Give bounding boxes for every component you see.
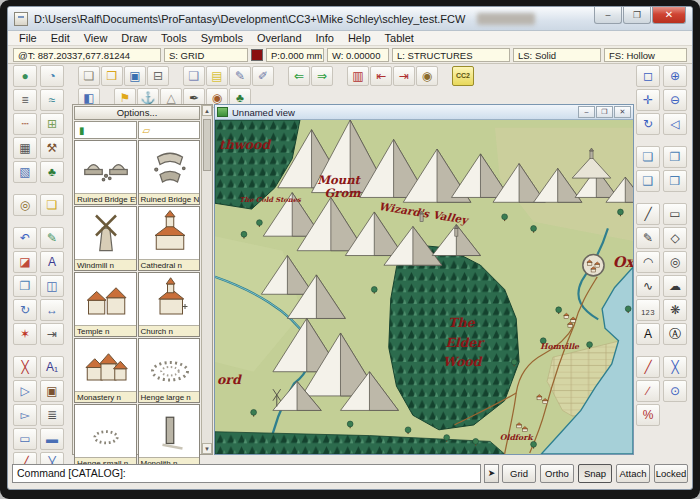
node-edit-button[interactable]: ╳ xyxy=(13,356,37,378)
undo-button[interactable]: ↶ xyxy=(13,227,37,249)
current-color-swatch[interactable] xyxy=(251,49,263,61)
menu-item[interactable]: Tablet xyxy=(378,31,421,46)
symbol-temple[interactable]: Temple n xyxy=(74,272,137,337)
stretch-button[interactable]: ↔ xyxy=(40,299,64,321)
dimension-tool-button[interactable]: ₁₂₃ xyxy=(636,299,660,321)
align-button[interactable]: ≣ xyxy=(40,404,64,426)
edit-properties-button[interactable]: ✐ xyxy=(252,66,274,86)
map-restore-button[interactable]: ❐ xyxy=(596,106,613,118)
symbol-monastery[interactable]: Monastery n xyxy=(74,338,137,403)
symbol-church[interactable]: Church n xyxy=(138,272,201,337)
catalog-scrollbar[interactable]: ▲ ▼ xyxy=(201,105,212,454)
midpoint-snap-button[interactable]: ∕ xyxy=(636,380,660,402)
arc-tool-button[interactable]: ◠ xyxy=(636,251,660,273)
pen-width-field[interactable]: P:0.000 mm xyxy=(266,48,324,62)
save-catalog-button[interactable]: ⇥ xyxy=(393,66,415,86)
zoom-window-button[interactable]: ◻ xyxy=(636,65,660,87)
locked-toggle-button[interactable]: Locked xyxy=(654,464,688,483)
maximize-button[interactable]: ❐ xyxy=(623,7,651,24)
symbol-ruined-bridge-ew[interactable]: Ruined Bridge EW n xyxy=(74,140,137,205)
catalog-collection-button[interactable]: ▮ xyxy=(74,121,137,139)
symbol-monolith[interactable]: Monolith n xyxy=(138,404,201,469)
river-tool-button[interactable]: ≈ xyxy=(40,89,64,111)
attach-toggle-button[interactable]: Attach xyxy=(616,464,650,483)
open-catalog-folder-button[interactable]: ▱ xyxy=(138,121,201,139)
text-note-tool-button[interactable]: ≡ xyxy=(13,89,37,111)
export-file-button[interactable]: ⇒ xyxy=(311,66,333,86)
landmass-tool-button[interactable]: ● xyxy=(13,65,37,87)
bring-above-button[interactable]: ❑ xyxy=(636,170,660,192)
construction-tools-button[interactable]: ⚒ xyxy=(40,137,64,159)
line-style-field[interactable]: LS: Solid xyxy=(513,48,601,62)
symbol-manager-button[interactable]: ▣ xyxy=(40,380,64,402)
break-button[interactable]: ⇥ xyxy=(40,323,64,345)
bring-to-front-button[interactable]: ❏ xyxy=(636,146,660,168)
zoom-extents-button[interactable]: ✛ xyxy=(636,89,660,111)
filled-box-tool-button[interactable]: ▬ xyxy=(40,428,64,450)
percent-snap-button[interactable]: % xyxy=(636,404,660,426)
scroll-up-arrow[interactable]: ▲ xyxy=(202,105,212,116)
center-snap-button[interactable]: ⊙ xyxy=(663,380,687,402)
political-map-tool-button[interactable]: ⊞ xyxy=(40,113,64,135)
zoom-in-button[interactable]: ⊕ xyxy=(663,65,687,87)
scroll-down-arrow[interactable]: ▼ xyxy=(202,443,212,454)
cc2-compatibility-button[interactable]: CC2 xyxy=(452,66,474,86)
text-tool-button[interactable]: A xyxy=(636,323,660,345)
find-symbol-button[interactable]: ◉ xyxy=(416,66,438,86)
text-box-tool-button[interactable]: Ⓐ xyxy=(663,323,687,345)
offset-button[interactable]: ▷ xyxy=(13,380,37,402)
new-drawing-button[interactable]: ❏ xyxy=(78,66,100,86)
polygon-tool-button[interactable]: ◇ xyxy=(663,227,687,249)
send-to-back-button[interactable]: ❐ xyxy=(663,146,687,168)
menu-item[interactable]: File xyxy=(12,31,44,46)
box-tool-button[interactable]: ▭ xyxy=(13,428,37,450)
menu-item[interactable]: Draw xyxy=(114,31,154,46)
explode-button[interactable]: ✶ xyxy=(13,323,37,345)
menu-item[interactable]: Overland xyxy=(250,31,309,46)
load-catalog-button[interactable]: ⇤ xyxy=(370,66,392,86)
edit-text-button[interactable]: ✎ xyxy=(229,66,251,86)
rectangle-tool-button[interactable]: ▭ xyxy=(663,203,687,225)
text-numbering-button[interactable]: A₁ xyxy=(40,356,64,378)
rotate-button[interactable]: ↻ xyxy=(13,299,37,321)
blob-tool-button[interactable]: ☁ xyxy=(663,275,687,297)
symbol-map-tool-button[interactable]: ▧ xyxy=(13,161,37,183)
import-file-button[interactable]: ⇐ xyxy=(288,66,310,86)
fill-style-field[interactable]: FS: Hollow xyxy=(604,48,687,62)
multipoly-button[interactable]: ▻ xyxy=(13,404,37,426)
open-drawing-button[interactable]: ❒ xyxy=(101,66,123,86)
grid-toggle-button[interactable]: Grid xyxy=(502,464,536,483)
layer-field[interactable]: L: STRUCTURES xyxy=(392,48,510,62)
menu-item[interactable]: View xyxy=(77,31,115,46)
send-below-button[interactable]: ❒ xyxy=(663,170,687,192)
snap-toggle-button[interactable]: Snap xyxy=(578,464,612,483)
symbol-cathedral[interactable]: Cathedral n xyxy=(138,206,201,271)
style-eyedropper-button[interactable]: ✎ xyxy=(40,227,64,249)
symbol-ruined-bridge-ns[interactable]: Ruined Bridge NS n xyxy=(138,140,201,205)
menu-item[interactable]: Symbols xyxy=(194,31,250,46)
close-button[interactable]: ✕ xyxy=(652,7,686,24)
sheets-button[interactable]: ❏ xyxy=(40,194,64,216)
catalog-options-button[interactable]: Options... xyxy=(74,106,200,120)
coast-sea-tool-button[interactable]: ◔ xyxy=(40,65,64,87)
print-button[interactable]: ⊟ xyxy=(147,66,169,86)
command-input[interactable]: Command [CATALOG]: xyxy=(12,464,481,483)
vegetation-tool-button[interactable]: ♣ xyxy=(40,161,64,183)
copy-button[interactable]: ❐ xyxy=(13,275,37,297)
map-minimize-button[interactable]: ‒ xyxy=(578,106,595,118)
snap-grid-field[interactable]: S: GRID xyxy=(164,48,248,62)
symbol-windmill[interactable]: Windmill n xyxy=(74,206,137,271)
ortho-toggle-button[interactable]: Ortho xyxy=(540,464,574,483)
map-canvas[interactable]: thwood Mount Grom The Cold Stones Wizard… xyxy=(215,120,633,454)
drawing-properties-button[interactable]: ❑ xyxy=(183,66,205,86)
symbol-catalog-button[interactable]: ▥ xyxy=(347,66,369,86)
zoom-previous-button[interactable]: ◁ xyxy=(663,113,687,135)
circle-tool-button[interactable]: ◎ xyxy=(663,251,687,273)
endpoint-snap-button[interactable]: ╱ xyxy=(636,356,660,378)
line-width-field[interactable]: W: 0.00000 xyxy=(327,48,389,62)
text-style-button[interactable]: A xyxy=(40,251,64,273)
save-button[interactable]: ▣ xyxy=(124,66,146,86)
command-history-button[interactable]: ➤ xyxy=(484,464,499,483)
symbol-henge-small[interactable]: Henge small n xyxy=(74,404,137,469)
hex-grid-tool-button[interactable]: ▦ xyxy=(13,137,37,159)
